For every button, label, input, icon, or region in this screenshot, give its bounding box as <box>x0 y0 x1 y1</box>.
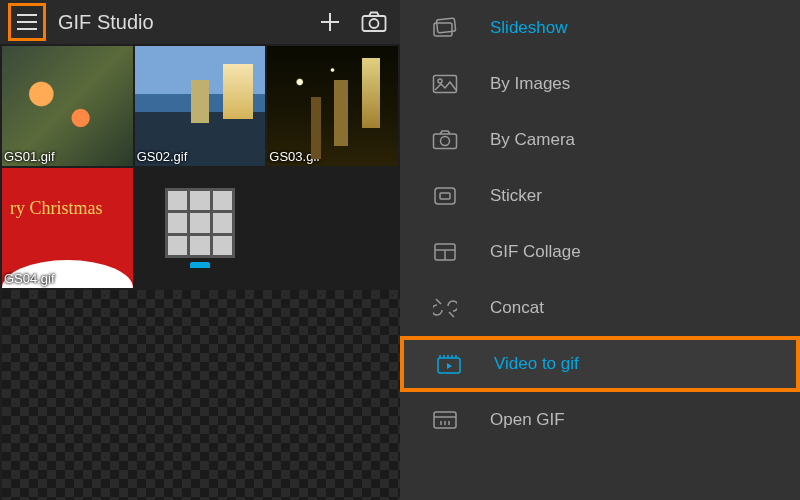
camera-icon <box>361 11 387 33</box>
svg-rect-14 <box>440 193 450 199</box>
svg-rect-7 <box>436 18 455 33</box>
thumbnail-caption: GS02.gif <box>137 149 188 164</box>
camera-button[interactable] <box>356 4 392 40</box>
menu-label: GIF Collage <box>490 242 800 262</box>
thumbnail-caption: GS04.gif <box>4 271 55 286</box>
menu-label: Slideshow <box>490 18 800 38</box>
menu-label: Sticker <box>490 186 800 206</box>
svg-line-18 <box>436 299 441 304</box>
svg-point-10 <box>438 79 442 83</box>
thumbnail-grid: GS01.gif GS02.gif GS03.gif ry Christmas … <box>0 44 400 290</box>
camera-icon <box>430 125 460 155</box>
menu-item-gif-collage[interactable]: GIF Collage <box>400 224 800 280</box>
collage-icon <box>430 237 460 267</box>
empty-canvas-area <box>2 290 400 500</box>
menu-label: Concat <box>490 298 800 318</box>
concat-icon <box>430 293 460 323</box>
drawer-menu: Slideshow By Images By Camera Sticker GI… <box>400 0 800 500</box>
menu-item-concat[interactable]: Concat <box>400 280 800 336</box>
menu-item-by-images[interactable]: By Images <box>400 56 800 112</box>
thumbnail-caption: GS01.gif <box>4 149 55 164</box>
menu-item-slideshow[interactable]: Slideshow <box>400 0 800 56</box>
svg-point-12 <box>441 137 450 146</box>
topbar: GIF Studio <box>0 0 400 44</box>
thumbnail[interactable] <box>135 168 266 288</box>
menu-label: Video to gif <box>494 354 796 374</box>
app-title: GIF Studio <box>54 11 304 34</box>
thumbnail[interactable]: ry Christmas GS04.gif <box>2 168 133 288</box>
menu-item-open-gif[interactable]: Open GIF <box>400 392 800 448</box>
menu-label: By Camera <box>490 130 800 150</box>
thumbnail-caption: GS03.gif <box>269 149 320 164</box>
thumbnail[interactable]: GS03.gif <box>267 46 398 166</box>
thumbnail-overlay-text: ry Christmas <box>10 198 103 219</box>
images-icon <box>430 69 460 99</box>
svg-point-6 <box>370 19 379 28</box>
menu-label: Open GIF <box>490 410 800 430</box>
indicator-icon <box>190 262 210 268</box>
thumbnail[interactable]: GS01.gif <box>2 46 133 166</box>
gallery-pane: GIF Studio GS01.gif GS02.gif GS03.gif ry <box>0 0 400 500</box>
plus-icon <box>318 10 342 34</box>
thumbnail[interactable]: GS02.gif <box>135 46 266 166</box>
menu-item-by-camera[interactable]: By Camera <box>400 112 800 168</box>
menu-item-sticker[interactable]: Sticker <box>400 168 800 224</box>
video-icon <box>434 349 464 379</box>
slideshow-icon <box>430 13 460 43</box>
sticker-icon <box>430 181 460 211</box>
menu-button[interactable] <box>8 3 46 41</box>
svg-rect-9 <box>434 76 457 93</box>
svg-rect-21 <box>434 412 456 428</box>
open-gif-icon <box>430 405 460 435</box>
menu-item-video-to-gif[interactable]: Video to gif <box>400 336 800 392</box>
add-button[interactable] <box>312 4 348 40</box>
collage-preview-icon <box>165 188 235 258</box>
hamburger-icon <box>16 13 38 31</box>
svg-line-19 <box>449 312 454 317</box>
svg-rect-13 <box>435 188 455 204</box>
menu-label: By Images <box>490 74 800 94</box>
